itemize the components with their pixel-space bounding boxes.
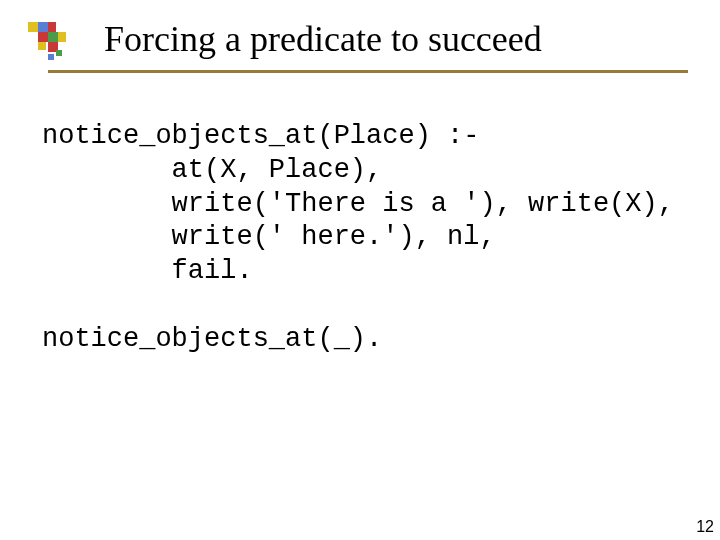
svg-rect-8 bbox=[56, 50, 62, 56]
title-underline bbox=[48, 70, 688, 73]
code-line: write('There is a '), write(X), bbox=[42, 189, 674, 219]
code-line: at(X, Place), bbox=[42, 155, 382, 185]
code-line: notice_objects_at(_). bbox=[42, 324, 382, 354]
logo-svg bbox=[28, 12, 88, 72]
code-block: notice_objects_at(Place) :- at(X, Place)… bbox=[42, 120, 674, 356]
svg-rect-2 bbox=[48, 22, 56, 32]
page-number: 12 bbox=[696, 518, 714, 536]
svg-rect-4 bbox=[48, 32, 58, 42]
code-line: fail. bbox=[42, 256, 253, 286]
svg-rect-3 bbox=[38, 32, 48, 42]
code-line: notice_objects_at(Place) :- bbox=[42, 121, 479, 151]
code-line: write(' here.'), nl, bbox=[42, 222, 496, 252]
svg-rect-1 bbox=[38, 22, 48, 32]
svg-rect-6 bbox=[38, 42, 46, 50]
page-title: Forcing a predicate to succeed bbox=[104, 18, 542, 60]
slide: Forcing a predicate to succeed notice_ob… bbox=[0, 0, 720, 540]
slide-logo bbox=[28, 12, 88, 72]
svg-rect-0 bbox=[28, 22, 38, 32]
svg-rect-9 bbox=[48, 54, 54, 60]
svg-rect-5 bbox=[58, 32, 66, 42]
